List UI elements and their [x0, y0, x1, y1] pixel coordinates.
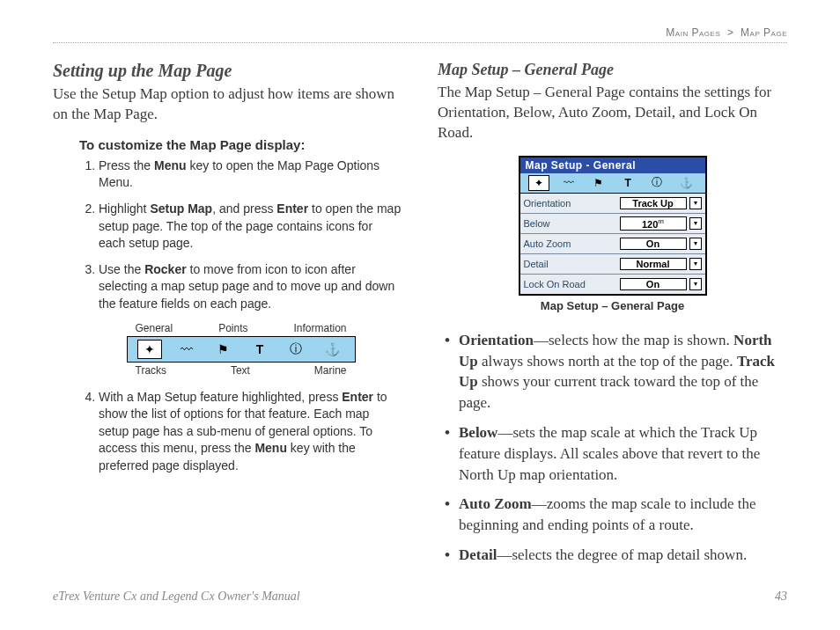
icon-label-points: Points — [218, 322, 247, 334]
text-icon: T — [248, 341, 271, 358]
dropdown-icon: ▾ — [689, 278, 702, 290]
steps-heading: To customize the Map Page display: — [79, 137, 402, 152]
general-icon: ✦ — [137, 340, 162, 359]
row-value: Track Up — [620, 197, 687, 209]
row-label: Detail — [524, 259, 549, 269]
row-lockonroad: Lock On Road On▾ — [520, 274, 705, 294]
row-label: Below — [524, 218, 550, 229]
row-value: 120m — [620, 216, 687, 231]
tracks-icon: 〰 — [559, 176, 578, 190]
row-detail: Detail Normal▾ — [520, 253, 705, 274]
step-4: With a Map Setup feature highlighted, pr… — [99, 389, 402, 475]
footer: eTrex Venture Cx and Legend Cx Owner's M… — [53, 590, 787, 604]
breadcrumb: Main Pages > Map Page — [53, 26, 787, 43]
icon-strip: ✦ 〰 ⚑ T ⓘ ⚓ — [127, 336, 356, 363]
breadcrumb-sep: > — [727, 26, 734, 39]
section-intro: Use the Setup Map option to adjust how i… — [53, 84, 402, 125]
subsection-title: Map Setup – General Page — [438, 61, 787, 79]
icon-diagram: General Points Information ✦ 〰 ⚑ T ⓘ ⚓ T… — [127, 322, 356, 377]
section-title: Setting up the Map Page — [53, 61, 402, 81]
row-value: On — [620, 278, 687, 290]
points-icon: ⚑ — [212, 341, 235, 358]
step-2: Highlight Setup Map, and press Enter to … — [99, 201, 402, 253]
row-below: Below 120m▾ — [520, 213, 705, 233]
left-column: Setting up the Map Page Use the Setup Ma… — [53, 61, 402, 575]
device-icon-row: ✦ 〰 ⚑ T ⓘ ⚓ — [520, 173, 705, 194]
icon-label-general: General — [136, 322, 173, 334]
information-icon: ⓘ — [284, 341, 307, 358]
steps-list: Press the Menu key to open the Map Page … — [79, 158, 402, 313]
breadcrumb-section: Main Pages — [666, 26, 720, 39]
icon-label-marine: Marine — [314, 364, 347, 377]
def-detail: Detail—selects the degree of map detail … — [441, 545, 787, 566]
device-caption: Map Setup – General Page — [438, 299, 787, 312]
device-figure: Map Setup - General ✦ 〰 ⚑ T ⓘ ⚓ Orientat… — [438, 156, 787, 312]
row-label: Orientation — [524, 198, 571, 209]
row-value: Normal — [620, 258, 687, 270]
footer-title: eTrex Venture Cx and Legend Cx Owner's M… — [53, 590, 300, 604]
def-below: Below—sets the map scale at which the Tr… — [441, 422, 787, 485]
icon-label-text: Text — [231, 364, 250, 377]
def-autozoom: Auto Zoom—zooms the map scale to include… — [441, 494, 787, 536]
general-icon: ✦ — [528, 175, 549, 191]
row-autozoom: Auto Zoom On▾ — [520, 233, 705, 253]
tracks-icon: 〰 — [175, 341, 198, 358]
step-1: Press the Menu key to open the Map Page … — [99, 158, 402, 192]
steps-list-continued: With a Map Setup feature highlighted, pr… — [79, 389, 402, 475]
subsection-intro: The Map Setup – General Page contains th… — [438, 83, 787, 143]
text-icon: T — [618, 176, 637, 190]
information-icon: ⓘ — [647, 176, 667, 190]
dropdown-icon: ▾ — [689, 217, 702, 230]
device-title: Map Setup - General — [520, 158, 705, 173]
device-screen: Map Setup - General ✦ 〰 ⚑ T ⓘ ⚓ Orientat… — [519, 156, 707, 296]
definition-list: Orientation—selects how the map is shown… — [438, 330, 787, 566]
marine-icon: ⚓ — [321, 341, 344, 358]
dropdown-icon: ▾ — [689, 238, 702, 250]
marine-icon: ⚓ — [677, 176, 696, 190]
right-column: Map Setup – General Page The Map Setup –… — [438, 61, 787, 575]
row-label: Auto Zoom — [524, 238, 571, 249]
row-value: On — [620, 238, 687, 250]
row-label: Lock On Road — [524, 279, 586, 289]
page-number: 43 — [775, 590, 787, 604]
dropdown-icon: ▾ — [689, 197, 702, 209]
row-orientation: Orientation Track Up▾ — [520, 194, 705, 213]
breadcrumb-page: Map Page — [741, 26, 787, 39]
icon-label-information: Information — [293, 322, 346, 334]
dropdown-icon: ▾ — [689, 258, 702, 270]
points-icon: ⚑ — [589, 176, 608, 190]
def-orientation: Orientation—selects how the map is shown… — [441, 330, 787, 414]
step-3: Use the Rocker to move from icon to icon… — [99, 261, 402, 313]
icon-label-tracks: Tracks — [136, 364, 167, 377]
